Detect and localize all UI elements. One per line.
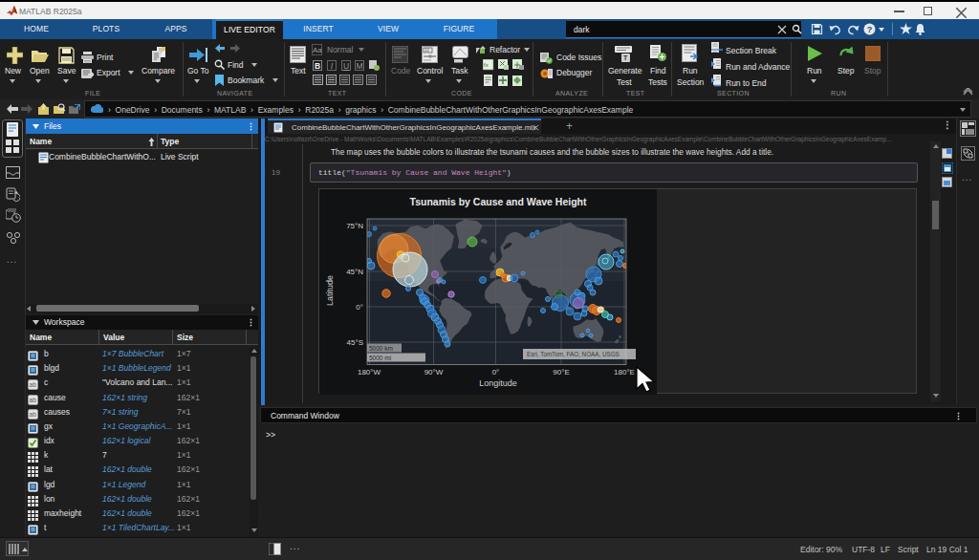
svg-text:5000 mi: 5000 mi	[369, 355, 391, 361]
svg-text:fx: fx	[484, 62, 489, 68]
svg-text:T: T	[623, 54, 628, 61]
svg-text:ab: ab	[30, 381, 37, 388]
svg-text:180°W: 180°W	[358, 368, 381, 377]
svg-text:?: ?	[867, 25, 873, 34]
svg-text:90°W: 90°W	[424, 368, 444, 377]
svg-text:45°N: 45°N	[346, 268, 363, 276]
svg-text:Longitude: Longitude	[479, 378, 517, 388]
svg-text:45°S: 45°S	[347, 338, 363, 347]
svg-text:180°E: 180°E	[614, 368, 635, 377]
svg-text:10: 10	[424, 48, 430, 53]
svg-text:ab: ab	[30, 411, 37, 418]
svg-text:ab: ab	[30, 397, 37, 403]
svg-text:75°N: 75°N	[346, 222, 363, 230]
svg-text:Latitude: Latitude	[325, 275, 335, 306]
svg-text:5000 km: 5000 km	[369, 345, 393, 352]
svg-text:90°E: 90°E	[553, 368, 569, 377]
svg-text:0°: 0°	[356, 303, 363, 312]
svg-text:0°: 0°	[492, 368, 500, 377]
svg-text:Esri, TomTom, FAO, NOAA, USGS: Esri, TomTom, FAO, NOAA, USGS	[527, 351, 620, 357]
svg-text:Tsunamis by Cause and Wave Hei: Tsunamis by Cause and Wave Height	[410, 196, 587, 207]
